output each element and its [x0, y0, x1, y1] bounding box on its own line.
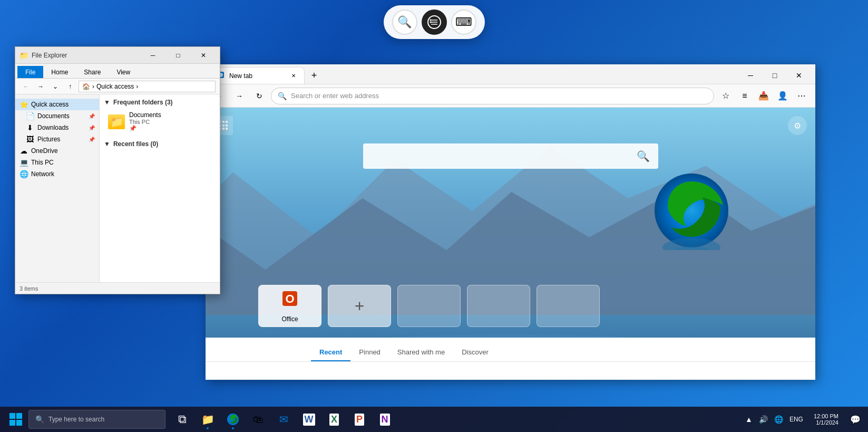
sidebar-item-onedrive[interactable]: ☁ OneDrive: [15, 145, 99, 157]
edge-tab-recent[interactable]: Recent: [311, 344, 350, 361]
quick-access-icon: ⭐: [19, 100, 28, 109]
taskbar-task-view[interactable]: ⧉: [171, 408, 194, 431]
remote-button[interactable]: [422, 9, 447, 35]
fe-title-text: File Explorer: [32, 52, 67, 59]
documents-folder-location: This PC: [129, 119, 161, 125]
edge-new-tab-button[interactable]: +: [307, 68, 321, 83]
taskbar-word[interactable]: W: [297, 408, 320, 431]
sidebar-item-quick-access[interactable]: ⭐ Quick access: [15, 99, 99, 110]
taskbar-tray-icons: ▲ 🔊 🌐 ENG: [743, 413, 805, 426]
network-icon: 🌐: [19, 170, 28, 178]
sidebar-item-downloads[interactable]: ⬇ Downloads 📌: [15, 122, 99, 133]
edge-close-button[interactable]: ✕: [787, 67, 811, 84]
fe-breadcrumb: ›: [92, 83, 94, 90]
edge-search-input[interactable]: [372, 152, 632, 160]
taskbar-edge[interactable]: [221, 408, 245, 431]
quick-link-empty-3[interactable]: [537, 285, 600, 327]
remote-icon: [427, 15, 442, 30]
file-explorer-window: 📁 File Explorer ─ □ ✕ File Home Share Vi…: [15, 46, 220, 294]
edge-search-box[interactable]: 🔍: [363, 143, 658, 169]
taskbar-powerpoint[interactable]: P: [348, 408, 371, 431]
taskbar-notification-button[interactable]: 💬: [847, 408, 864, 431]
tray-sound-icon[interactable]: 🔊: [757, 413, 770, 426]
fe-tab-view[interactable]: View: [109, 66, 138, 78]
edge-quick-links: O Office +: [258, 285, 600, 327]
edge-address-text: Search or enter web address: [291, 92, 379, 100]
edge-tab-label: New tab: [229, 72, 252, 80]
fe-tab-file[interactable]: File: [17, 66, 43, 78]
fe-forward-button[interactable]: →: [34, 80, 47, 93]
fe-minimize-button[interactable]: ─: [141, 48, 165, 63]
fe-tab-home[interactable]: Home: [43, 66, 76, 78]
notification-icon: 💬: [850, 415, 861, 425]
edge-address-bar[interactable]: 🔍 Search or enter web address: [271, 88, 714, 104]
fe-back-button[interactable]: ←: [19, 80, 32, 93]
sidebar-item-network[interactable]: 🌐 Network: [15, 168, 99, 180]
edge-profile-button[interactable]: 👤: [774, 88, 791, 104]
edge-maximize-button[interactable]: □: [763, 67, 787, 84]
edge-forward-button[interactable]: →: [231, 88, 248, 104]
quick-link-office[interactable]: O Office: [258, 285, 321, 327]
edge-navbar: ← → ↻ 🔍 Search or enter web address ☆ ≡ …: [206, 84, 815, 108]
taskbar-excel[interactable]: X: [323, 408, 346, 431]
edge-tab-shared[interactable]: Shared with me: [389, 344, 453, 361]
start-button[interactable]: [4, 408, 27, 431]
tray-chevron[interactable]: ▲: [743, 413, 755, 426]
taskbar-store[interactable]: 🛍: [247, 408, 270, 431]
fe-content: ▼ Frequent folders (3) 📁 Documents This …: [100, 94, 220, 282]
keyboard-button[interactable]: ⌨: [451, 9, 476, 35]
excel-icon: X: [329, 414, 339, 426]
tray-input-icon[interactable]: ENG: [787, 414, 805, 425]
taskbar-mail[interactable]: ✉: [272, 408, 295, 431]
recent-files-header[interactable]: ▼ Recent files (0): [104, 140, 216, 148]
fe-ribbon-tabs: File Home Share View: [15, 64, 220, 78]
edge-wallet-button[interactable]: 📥: [755, 88, 772, 104]
fe-win-controls: ─ □ ✕: [141, 48, 216, 63]
fe-item-count: 3 items: [19, 285, 38, 292]
edge-tab-newtab[interactable]: New tab ✕: [210, 67, 305, 84]
office-label: Office: [281, 315, 298, 323]
edge-tab-pinned[interactable]: Pinned: [350, 344, 388, 361]
fe-address-bar[interactable]: 🏠 › Quick access ›: [79, 81, 216, 92]
edge-toolbar-icons: ☆ ≡ 📥 👤 ⋯: [717, 88, 810, 104]
fe-recent-button[interactable]: ⌄: [49, 80, 62, 93]
fe-close-button[interactable]: ✕: [191, 48, 216, 63]
store-icon: 🛍: [253, 414, 264, 426]
edge-favorites-button[interactable]: ☆: [717, 88, 734, 104]
edge-minimize-button[interactable]: ─: [738, 67, 763, 84]
fe-up-button[interactable]: ↑: [64, 80, 76, 93]
taskbar-file-explorer[interactable]: 📁: [196, 408, 219, 431]
documents-folder-item[interactable]: 📁 Documents This PC 📌: [104, 109, 216, 134]
quick-link-empty-2[interactable]: [467, 285, 530, 327]
edge-page-settings-button[interactable]: ⚙: [788, 116, 807, 135]
quick-link-empty-1[interactable]: [397, 285, 461, 327]
fe-maximize-button[interactable]: □: [166, 48, 190, 63]
sidebar-item-pictures[interactable]: 🖼 Pictures 📌: [15, 133, 99, 145]
taskbar-search[interactable]: 🔍 Type here to search: [28, 410, 165, 429]
documents-icon: 📄: [26, 112, 34, 120]
frequent-folders-header[interactable]: ▼ Frequent folders (3): [104, 99, 216, 106]
floating-toolbar: 🔍 ⌨: [384, 5, 485, 39]
pictures-icon: 🖼: [26, 135, 34, 143]
fe-toolbar: ← → ⌄ ↑ 🏠 › Quick access ›: [15, 79, 220, 94]
edge-collections-button[interactable]: ≡: [736, 88, 753, 104]
taskbar-onenote[interactable]: N: [373, 408, 396, 431]
office-icon: O: [280, 289, 299, 312]
sidebar-item-thispc[interactable]: 💻 This PC: [15, 157, 99, 168]
sidebar-label-downloads: Downloads: [37, 124, 69, 131]
edge-refresh-button[interactable]: ↻: [251, 88, 268, 104]
zoom-button[interactable]: 🔍: [392, 9, 417, 35]
tray-network-icon[interactable]: 🌐: [772, 413, 785, 426]
edge-search-submit-icon[interactable]: 🔍: [637, 150, 650, 162]
edge-menu-button[interactable]: ⋯: [793, 88, 810, 104]
windows-logo-icon: [9, 413, 22, 426]
taskbar-explorer-icon: 📁: [201, 413, 214, 426]
onedrive-icon: ☁: [19, 147, 28, 155]
quick-link-add[interactable]: +: [328, 285, 391, 327]
edge-browser-window: New tab ✕ + ─ □ ✕ ← → ↻ 🔍 Search or ente…: [206, 64, 815, 380]
edge-tab-close-button[interactable]: ✕: [289, 72, 298, 80]
fe-tab-share[interactable]: Share: [76, 66, 109, 78]
taskbar-clock[interactable]: 12:00 PM 1/1/2024: [810, 411, 843, 428]
sidebar-item-documents[interactable]: 📄 Documents 📌: [15, 110, 99, 122]
edge-tab-discover[interactable]: Discover: [453, 344, 497, 361]
